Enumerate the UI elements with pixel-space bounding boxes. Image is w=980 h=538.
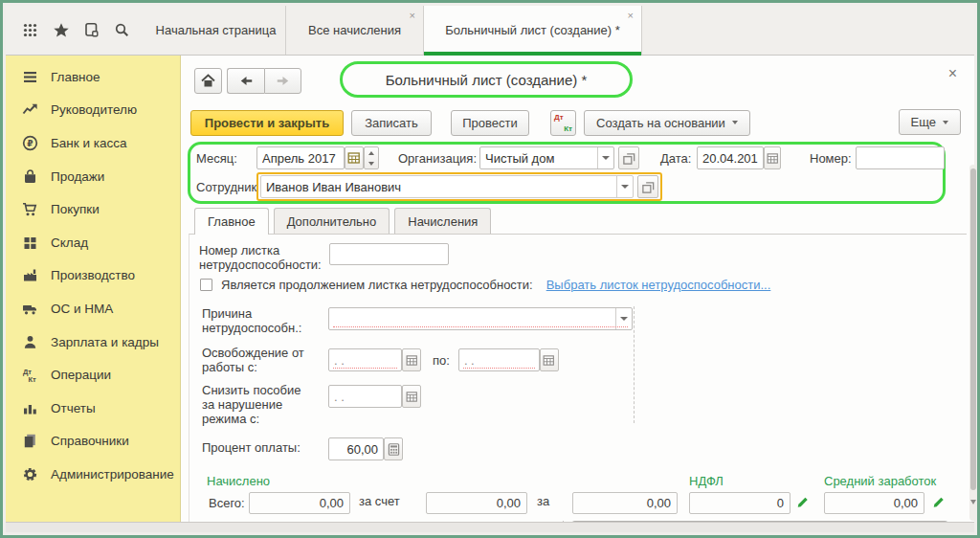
za-value: 0,00 (647, 496, 671, 510)
tab-sick-leave[interactable]: Больничный лист (создание) * × (424, 6, 642, 55)
form-close-icon[interactable]: × (948, 65, 957, 82)
empty-date-placeholder: . . (334, 353, 396, 368)
vertical-scrollbar[interactable] (969, 165, 977, 521)
employee-open-icon[interactable] (637, 175, 658, 198)
more-button[interactable]: Еще (899, 109, 961, 135)
date-calendar-icon[interactable] (402, 385, 421, 408)
percent-label: Процент оплаты: (202, 440, 301, 455)
bag-icon (22, 168, 38, 185)
ndfl-field[interactable]: 0 (689, 492, 791, 514)
month-field[interactable]: Апрель 2017 (256, 146, 345, 169)
number-label: Номер: (810, 151, 856, 166)
close-icon[interactable]: × (410, 11, 415, 21)
percent-field[interactable]: 60,00 (328, 437, 384, 460)
za-field[interactable]: 0,00 (572, 492, 678, 514)
create-on-basis-button[interactable]: Создать на основании (584, 110, 750, 136)
sidebar-item-operations[interactable]: ДтКт Операции (6, 358, 180, 392)
fields-row-2: Сотрудник: Иванов Иван Иванович (196, 172, 662, 201)
reduce-from-field[interactable]: . . (328, 385, 402, 408)
sidebar-item-warehouse[interactable]: Склад (6, 226, 180, 259)
total-field[interactable]: 0,00 (249, 492, 350, 514)
average-earnings-label: Средний заработок (824, 474, 936, 488)
chevron-down-icon[interactable] (615, 308, 632, 329)
total-label: Всего: (209, 496, 245, 510)
date-calendar-icon[interactable] (540, 348, 559, 371)
search-icon[interactable] (110, 19, 133, 42)
forward-button[interactable] (264, 68, 301, 94)
apps-grid-icon[interactable] (19, 19, 42, 42)
chevron-down-icon[interactable] (597, 147, 613, 168)
tab-home-page[interactable]: Начальная страница (146, 6, 286, 55)
books-icon (22, 433, 38, 449)
organization-open-icon[interactable] (618, 146, 639, 169)
write-button[interactable]: Записать (351, 110, 432, 136)
date-calendar-icon[interactable] (402, 348, 421, 371)
post-button[interactable]: Провести (451, 110, 529, 136)
sidebar-item-purchases[interactable]: Покупки (6, 192, 180, 226)
factory-icon (22, 267, 38, 283)
month-calendar-icon[interactable] (345, 146, 364, 169)
exemption-to-field[interactable]: . . (458, 348, 540, 371)
reason-combo[interactable] (328, 307, 633, 330)
sidebar-item-fixed-assets[interactable]: ОС и НМА (6, 292, 180, 325)
date-calendar-icon[interactable] (764, 146, 781, 169)
sidebar-item-bank-cash[interactable]: ₽ Банк и касса (6, 126, 180, 160)
edit-pencil-icon[interactable] (796, 494, 811, 512)
tab-main[interactable]: Главное (194, 208, 269, 235)
empty-date-placeholder: . . (334, 390, 396, 404)
sidebar-item-administration[interactable]: Администрирование (6, 458, 180, 491)
organization-value: Чистый дом (485, 151, 593, 166)
date-field[interactable]: 20.04.2017 (697, 146, 764, 169)
employee-field[interactable]: Иванов Иван Иванович (260, 175, 634, 198)
menu-lines-icon (22, 69, 38, 85)
tab-label: Все начисления (308, 23, 401, 37)
quick-tools (6, 6, 146, 55)
ruble-circle-icon: ₽ (22, 135, 38, 151)
calculator-icon[interactable] (384, 437, 403, 460)
tab-additional[interactable]: Дополнительно (274, 208, 390, 234)
trend-icon (22, 101, 38, 118)
close-icon[interactable]: × (628, 11, 634, 21)
tab-label: Больничный лист (создание) * (445, 23, 620, 37)
tab-all-accruals[interactable]: Все начисления × (286, 6, 424, 55)
percent-value: 60,00 (346, 442, 378, 457)
choose-sick-leave-link[interactable]: Выбрать листок нетрудоспособности... (546, 278, 771, 292)
month-stepper[interactable] (364, 146, 379, 169)
reduce-row: . . (328, 385, 421, 408)
ndfl-value: 0 (777, 496, 784, 510)
history-icon[interactable] (79, 19, 102, 42)
post-and-close-button[interactable]: Провести и закрыть (190, 110, 344, 136)
favorites-star-icon[interactable] (50, 19, 73, 42)
empty-date-placeholder: . . (464, 353, 534, 368)
ndfl-label: НДФЛ (689, 474, 724, 488)
home-button[interactable] (194, 68, 222, 94)
continuation-row: Является продолжением листка нетрудоспос… (200, 278, 770, 292)
employee-value: Иванов Иван Иванович (266, 180, 612, 194)
sidebar-item-reports[interactable]: Отчеты (6, 392, 180, 425)
sidebar-item-manager[interactable]: Руководителю (6, 94, 180, 127)
edit-pencil-icon[interactable] (932, 494, 947, 512)
organization-field[interactable]: Чистый дом (479, 146, 614, 169)
chevron-down-icon[interactable] (616, 176, 633, 197)
window-bottom-strip (6, 522, 974, 532)
tab-accruals[interactable]: Начисления (394, 208, 491, 234)
show-postings-button[interactable]: Дт Кт (550, 110, 576, 136)
at-expense-field[interactable]: 0,00 (426, 492, 527, 514)
vertical-scroll-thumb[interactable] (970, 168, 976, 490)
scroll-down-icon[interactable] (970, 500, 976, 504)
sidebar-item-main[interactable]: Главное (6, 60, 180, 94)
continuation-checkbox[interactable] (200, 279, 212, 291)
sidebar-item-label: Руководителю (51, 102, 137, 117)
employee-label: Сотрудник: (196, 180, 256, 194)
average-earnings-field[interactable]: 0,00 (824, 492, 924, 514)
back-button[interactable] (227, 68, 264, 94)
sidebar-item-salary-hr[interactable]: Зарплата и кадры (6, 325, 180, 359)
sick-number-field[interactable] (329, 243, 449, 265)
number-field[interactable] (856, 146, 945, 169)
fields-row-1: Месяц: Апрель 2017 Организация: Чистый д… (196, 146, 945, 170)
sidebar-item-directories[interactable]: Справочники (6, 425, 180, 459)
sidebar-item-sales[interactable]: Продажи (6, 160, 180, 193)
exemption-from-field[interactable]: . . (328, 348, 402, 371)
sidebar-item-production[interactable]: Производство (6, 259, 180, 293)
kt-icon: Кт (564, 124, 572, 133)
